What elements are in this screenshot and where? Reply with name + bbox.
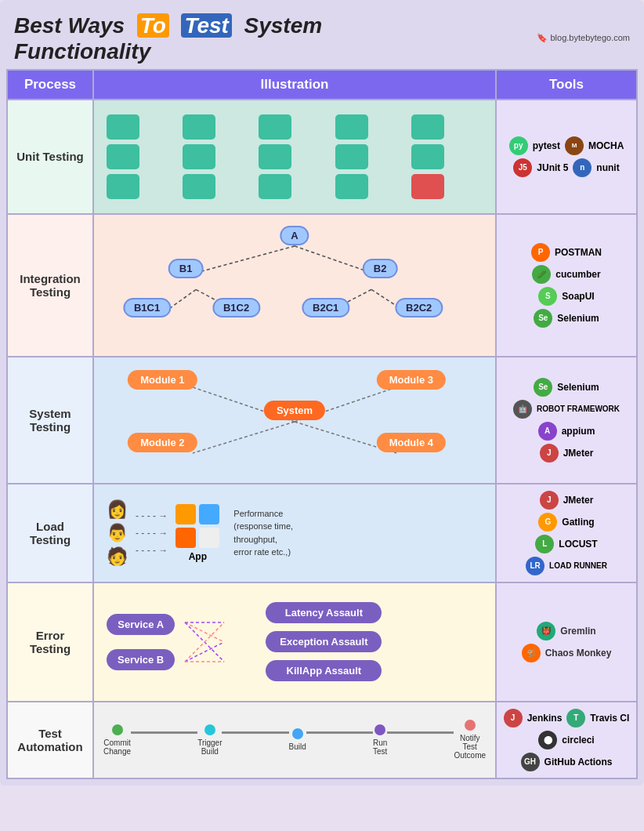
tools-automation: J Jenkins T Travis CI ⬤ circleci GH GitH… (496, 702, 637, 778)
auto-step-run: RunTest (373, 724, 387, 756)
tool-row-pytest: py pytest M MOCHA (509, 136, 624, 155)
unit-box-15-fail (411, 174, 444, 199)
unit-box-14 (335, 174, 368, 199)
tool-row-cucumber: 🥒 cucumber (532, 265, 600, 284)
unit-box-8 (259, 144, 291, 169)
auto-line-1 (131, 731, 197, 734)
app-tile-3 (175, 528, 196, 548)
commit-label: CommitChange (103, 738, 131, 756)
tool-appium: appium (562, 426, 595, 437)
tool-jmeter-sys: JMeter (563, 448, 594, 459)
jenkins-icon: J (504, 709, 523, 728)
unit-box-6 (107, 144, 139, 169)
tool-pytest: pytest (533, 140, 560, 151)
tool-robotframework: ROBOT FRAMEWORK (537, 405, 620, 413)
tool-row-selenium-int: Se Selenium (534, 309, 599, 328)
row-load: LoadTesting 👩 👨 🧑 - - - - → - - - - → - … (7, 484, 637, 582)
svg-line-7 (193, 422, 295, 453)
title-line1: Best Ways To Test System (14, 13, 322, 39)
auto-line-4 (387, 731, 454, 734)
gremlin-icon: 👹 (537, 622, 555, 640)
tools-system-content: Se Selenium 🤖 ROBOT FRAMEWORK A appium (503, 378, 630, 463)
trigger-dot (204, 724, 215, 735)
module-node-2: Module 2 (128, 433, 197, 452)
arrow-3: - - - - → (136, 545, 168, 556)
tool-row-jmeter-sys: J JMeter (540, 444, 594, 463)
header-logo: 🔖 blog.bytebytego.com (537, 33, 630, 43)
assault-col: Latency Assault Exception Assault KillAp… (266, 602, 382, 681)
title-to: To (137, 13, 169, 38)
auto-step-commit: CommitChange (103, 724, 131, 756)
header-title-block: Best Ways To Test System Functionality (14, 13, 322, 64)
tool-chaos-monkey: Chaos Monkey (545, 648, 612, 659)
tool-junit: JUnit 5 (537, 162, 568, 173)
unit-box-2 (183, 114, 215, 140)
tree-node-b1c1: B1C1 (123, 298, 171, 318)
build-dot (292, 728, 303, 739)
tool-mocha: MOCHA (588, 140, 624, 151)
app-tile-1 (175, 504, 196, 524)
app-label: App (189, 551, 207, 562)
cucumber-icon: 🥒 (532, 265, 551, 284)
svg-line-0 (196, 245, 295, 272)
row-integration: IntegrationTesting (7, 214, 637, 357)
tools-error: 👹 Gremlin 🐒 Chaos Monkey (496, 582, 637, 702)
unit-box-1 (107, 114, 139, 140)
process-integration: IntegrationTesting (7, 214, 93, 357)
selenium-sys-icon: Se (534, 378, 552, 397)
tools-integration-content: P POSTMAN 🥒 cucumber S SoapUI Se (503, 243, 630, 328)
perf-text: Performance(response time,throughput,err… (233, 507, 293, 559)
title-system: System (244, 13, 323, 38)
tool-gremlin: Gremlin (560, 626, 595, 637)
circleci-icon: ⬤ (538, 731, 557, 749)
unit-box-3 (259, 114, 291, 140)
title-best: Best Ways (14, 13, 125, 38)
tools-load-content: J JMeter G Gatling L LOCUST LR (503, 491, 630, 575)
unit-box-12 (183, 174, 215, 199)
tool-row-soapui: S SoapUI (538, 287, 594, 306)
tree-node-b2: B2 (363, 259, 398, 278)
tree-node-b2c1: B2C1 (302, 298, 349, 318)
notify-label: NotifyTestOutcome (454, 734, 486, 760)
app-tile-2 (199, 504, 219, 524)
svg-line-14 (185, 642, 224, 662)
person-2: 👨 (107, 523, 128, 543)
service-a: Service A (107, 614, 175, 635)
load-container: 👩 👨 🧑 - - - - → - - - - → - - - - → (100, 496, 489, 570)
tool-row-appium: A appium (538, 422, 595, 441)
jmeter-sys-icon: J (540, 444, 559, 463)
jmeter-load-icon: J (540, 491, 559, 510)
commit-dot (112, 724, 123, 735)
service-col: Service A Service B (107, 614, 175, 670)
person-1: 👩 (107, 499, 128, 520)
junit-icon: J5 (513, 158, 532, 177)
illus-error: Service A Service B (93, 582, 496, 702)
tool-nunit: nunit (596, 162, 619, 173)
tool-row-jenkins: J Jenkins T Travis CI (504, 709, 630, 728)
auto-step-notify: NotifyTestOutcome (454, 720, 486, 760)
row-unit: Unit Testing (7, 100, 637, 214)
tool-jenkins: Jenkins (527, 713, 563, 724)
tools-automation-content: J Jenkins T Travis CI ⬤ circleci GH GitH… (503, 709, 630, 771)
unit-box-10 (411, 144, 444, 169)
unit-grid (100, 108, 489, 205)
locust-icon: L (535, 535, 554, 553)
tree-node-a: A (280, 226, 309, 245)
app-tiles (175, 504, 219, 548)
process-load: LoadTesting (7, 484, 93, 582)
unit-box-13 (259, 174, 291, 199)
auto-step-trigger: TriggerBuild (197, 724, 222, 756)
tools-unit-content: py pytest M MOCHA J5 JUnit 5 n nunit (503, 136, 630, 177)
tool-row-circleci: ⬤ circleci (538, 731, 594, 749)
row-automation: TestAutomation CommitChange TriggerBuild (7, 702, 637, 778)
app-tile-4 (199, 528, 219, 548)
row-system: SystemTesting Module 1 (7, 357, 637, 484)
process-unit: Unit Testing (7, 100, 93, 214)
tool-row-robotframework: 🤖 ROBOT FRAMEWORK (513, 400, 620, 419)
module-node-1: Module 1 (128, 370, 197, 390)
person-3: 🧑 (107, 546, 128, 567)
tool-row-jmeter-load: J JMeter (540, 491, 594, 510)
tool-soapui: SoapUI (562, 291, 594, 302)
row-error: ErrorTesting Service A Service B (7, 582, 637, 702)
nunit-icon: n (573, 158, 592, 177)
